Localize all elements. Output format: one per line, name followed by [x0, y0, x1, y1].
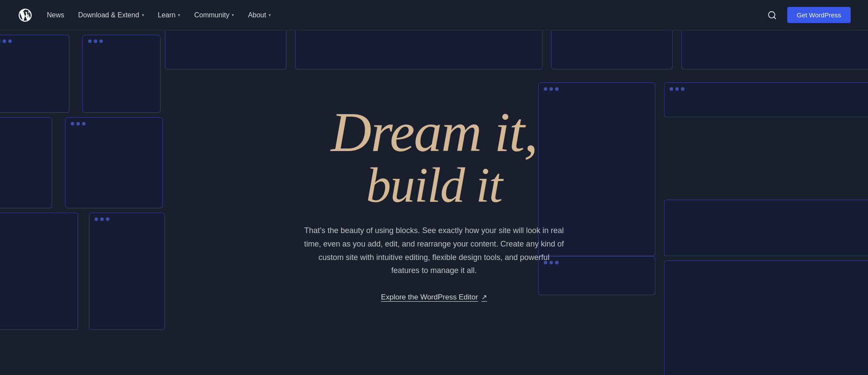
- hero-section: Dream it, build it That’s the beauty of …: [0, 30, 868, 375]
- nav-left: News Download & Extend ▾ Learn ▾ Communi…: [17, 7, 271, 23]
- bg-block-tr1: [295, 30, 542, 69]
- hero-title: Dream it, build it: [304, 104, 564, 210]
- bg-block-2: [82, 35, 161, 113]
- bg-block-tr3: [681, 30, 868, 69]
- chevron-down-icon: ▾: [269, 13, 271, 17]
- search-icon: [767, 10, 777, 20]
- search-button[interactable]: [767, 10, 777, 20]
- svg-line-1: [774, 17, 776, 19]
- nav-learn[interactable]: Learn ▾: [158, 11, 181, 19]
- explore-editor-link[interactable]: Explore the WordPress Editor ↗: [381, 293, 487, 302]
- chevron-down-icon: ▾: [232, 13, 234, 17]
- wordpress-logo-icon[interactable]: [17, 7, 33, 23]
- nav-about[interactable]: About ▾: [248, 11, 271, 19]
- bg-block-3: [0, 117, 52, 208]
- nav-right: Get WordPress: [767, 7, 851, 23]
- bg-block-top-center: [165, 30, 286, 69]
- hero-content: Dream it, build it That’s the beauty of …: [286, 104, 582, 301]
- bg-block-1: [0, 35, 69, 113]
- bg-block-tr2: [551, 30, 673, 69]
- nav-download-extend[interactable]: Download & Extend ▾: [78, 11, 144, 19]
- bg-block-4: [65, 117, 163, 208]
- chevron-down-icon: ▾: [142, 13, 144, 17]
- external-link-icon: ↗: [481, 293, 487, 301]
- get-wordpress-button[interactable]: Get WordPress: [787, 7, 851, 23]
- nav-community[interactable]: Community ▾: [194, 11, 234, 19]
- bg-block-6: [89, 213, 165, 330]
- chevron-down-icon: ▾: [178, 13, 180, 17]
- bg-block-r2: [664, 82, 868, 117]
- navbar: News Download & Extend ▾ Learn ▾ Communi…: [0, 0, 868, 30]
- bg-block-5: [0, 213, 78, 330]
- nav-news[interactable]: News: [47, 11, 64, 19]
- bg-block-r3: [664, 200, 868, 256]
- bg-block-r5: [664, 260, 868, 375]
- hero-description: That’s the beauty of using blocks. See e…: [304, 224, 564, 277]
